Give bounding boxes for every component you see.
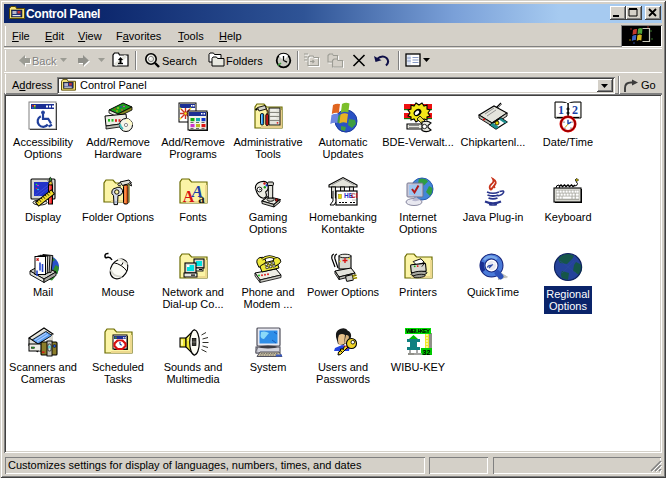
svg-text:WIBU-KEY: WIBU-KEY (406, 328, 430, 334)
svg-text:32: 32 (423, 349, 431, 356)
svg-text:2: 2 (572, 103, 578, 117)
svg-text:a: a (198, 191, 205, 206)
svg-text:CI: CI (351, 192, 358, 199)
svg-text:1: 1 (558, 103, 564, 117)
